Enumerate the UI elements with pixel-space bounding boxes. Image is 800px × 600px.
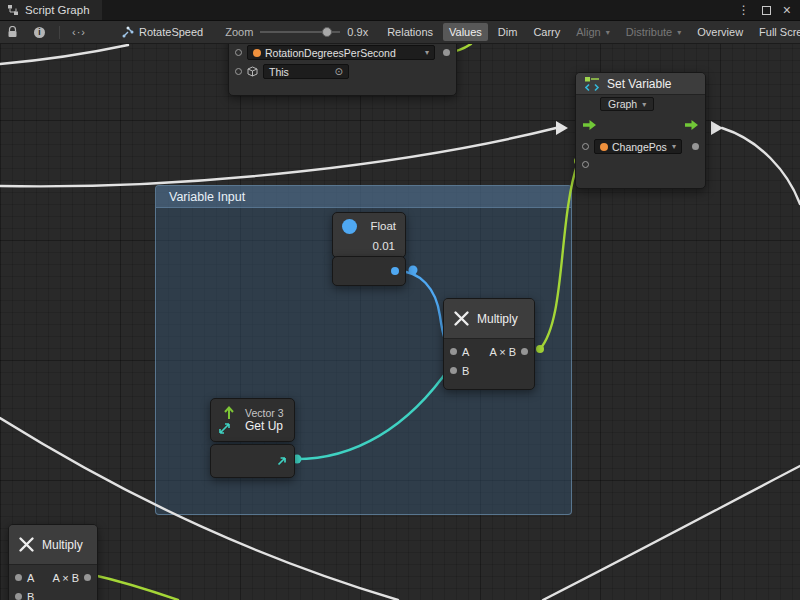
variable-dot-icon — [600, 143, 608, 151]
input-port-a[interactable] — [450, 348, 457, 355]
dropdown-caret-icon: ▾ — [425, 48, 429, 57]
output-label: A × B — [52, 572, 79, 584]
axes-arrow-icon — [218, 422, 231, 435]
node-title: Get Up — [245, 420, 284, 433]
multiply-x-icon — [453, 310, 470, 327]
float-node-body[interactable] — [332, 256, 406, 286]
port-label-a: A — [27, 572, 34, 584]
dropdown-caret-icon: ▾ — [672, 142, 676, 151]
group-header[interactable]: Variable Input — [156, 186, 571, 208]
wire-flow-bottom-right — [543, 466, 800, 600]
input-port[interactable] — [582, 143, 589, 150]
vector3-icon — [218, 404, 238, 436]
node-title: Set Variable — [607, 77, 671, 91]
variable-scope-dropdown[interactable]: Graph ▾ — [600, 97, 654, 111]
align-dropdown-button[interactable]: Align ▾ — [570, 23, 615, 41]
graph-canvas[interactable]: Variable Input — [0, 0, 800, 600]
script-graph-window: Variable Input — [0, 0, 800, 600]
output-port[interactable] — [692, 143, 699, 150]
fullscreen-button[interactable]: Full Screen — [753, 23, 800, 41]
zoom-label: Zoom — [225, 26, 253, 38]
tab-script-graph[interactable]: Script Graph — [0, 0, 102, 20]
zoom-slider-knob[interactable] — [322, 27, 332, 37]
gameobject-cube-icon — [247, 66, 258, 77]
wire-flow-into-set-variable — [0, 128, 556, 186]
output-port[interactable] — [443, 49, 450, 56]
close-icon[interactable]: × — [783, 5, 791, 15]
zoom-slider[interactable] — [260, 26, 340, 38]
set-variable-node[interactable]: Set Variable Graph ▾ Ch — [575, 72, 706, 189]
maximize-icon[interactable] — [762, 6, 771, 15]
output-label: A × B — [489, 346, 516, 358]
port-label-b: B — [27, 591, 34, 600]
input-port-a[interactable] — [15, 574, 22, 581]
lock-icon[interactable] — [7, 26, 18, 38]
port-label-b: B — [462, 365, 469, 377]
input-port-b[interactable] — [450, 367, 457, 374]
vector3-get-up-node[interactable]: Vector 3 Get Up — [210, 398, 295, 442]
float-literal-node[interactable]: Float 0.01 — [332, 212, 406, 258]
up-arrow-icon — [223, 405, 235, 420]
node-title: Float — [370, 220, 396, 232]
float-value-field[interactable]: 0.01 — [333, 239, 405, 256]
target-label: This — [269, 66, 289, 78]
flow-input-arrowhead-icon — [556, 121, 568, 135]
input-port[interactable] — [235, 49, 242, 56]
variable-name-dropdown[interactable]: RotationDegreesPerSecond ▾ — [247, 45, 435, 60]
zoom-value: 0.9x — [347, 26, 368, 38]
toolbar: i ‹·› RotateSpeed Zoom 0.9x Relations Va… — [0, 21, 800, 44]
align-label: Align — [576, 26, 600, 38]
target-object-field[interactable]: This ⊙ — [263, 64, 349, 79]
input-port[interactable] — [235, 68, 242, 75]
titlebar: Script Graph ⋮ × — [0, 0, 800, 21]
group-title: Variable Input — [169, 190, 245, 204]
flow-output-arrowhead-icon — [711, 121, 723, 135]
vector3-node-body[interactable] — [210, 444, 295, 478]
script-graph-icon — [7, 4, 19, 16]
flow-out-port[interactable] — [685, 120, 698, 130]
variable-scope: Graph — [608, 98, 637, 110]
dropdown-caret-icon: ▾ — [606, 28, 610, 37]
dim-button[interactable]: Dim — [492, 23, 524, 41]
dropdown-caret-icon: ▾ — [642, 100, 646, 109]
wire-flow-out-of-set-variable — [722, 128, 800, 204]
flow-in-port[interactable] — [583, 120, 596, 130]
vector-output-port[interactable] — [276, 455, 288, 467]
object-picker-icon[interactable]: ⊙ — [335, 66, 343, 77]
values-button[interactable]: Values — [443, 23, 488, 41]
window-menu-icon[interactable]: ⋮ — [738, 3, 750, 17]
info-icon[interactable]: i — [34, 27, 45, 38]
multiply-node[interactable]: Multiply A A × B B — [443, 298, 535, 390]
relations-button[interactable]: Relations — [381, 23, 439, 41]
tab-title: Script Graph — [25, 4, 90, 16]
output-port[interactable] — [84, 574, 91, 581]
graph-asset-icon — [122, 26, 134, 38]
node-title: Multiply — [42, 538, 83, 552]
multiply-node-2[interactable]: Multiply A A × B B — [8, 524, 98, 600]
wire-multiply2-output — [89, 574, 178, 600]
code-braces-icon[interactable]: ‹·› — [72, 26, 86, 38]
distribute-dropdown-button[interactable]: Distribute ▾ — [620, 23, 687, 41]
node-title: Multiply — [477, 312, 518, 326]
dropdown-caret-icon: ▾ — [677, 28, 681, 37]
carry-button[interactable]: Carry — [527, 23, 566, 41]
variable-name-dropdown[interactable]: ChangePos ▾ — [594, 139, 682, 154]
get-variable-node[interactable]: RotationDegreesPerSecond ▾ This ⊙ — [228, 36, 457, 96]
overview-button[interactable]: Overview — [691, 23, 749, 41]
distribute-label: Distribute — [626, 26, 672, 38]
float-output-port[interactable] — [391, 267, 399, 275]
graph-name[interactable]: RotateSpeed — [139, 26, 203, 38]
variable-dot-icon — [253, 49, 261, 57]
wire-flow-top-left — [0, 45, 128, 64]
output-port[interactable] — [521, 348, 528, 355]
set-variable-icon — [585, 76, 600, 92]
variable-name: ChangePos — [612, 141, 667, 153]
multiply-x-icon — [18, 536, 35, 553]
variable-name: RotationDegreesPerSecond — [265, 47, 396, 59]
input-port-b[interactable] — [15, 593, 22, 600]
port-label-a: A — [462, 346, 469, 358]
float-type-icon — [342, 219, 357, 234]
value-input-port[interactable] — [582, 161, 589, 168]
